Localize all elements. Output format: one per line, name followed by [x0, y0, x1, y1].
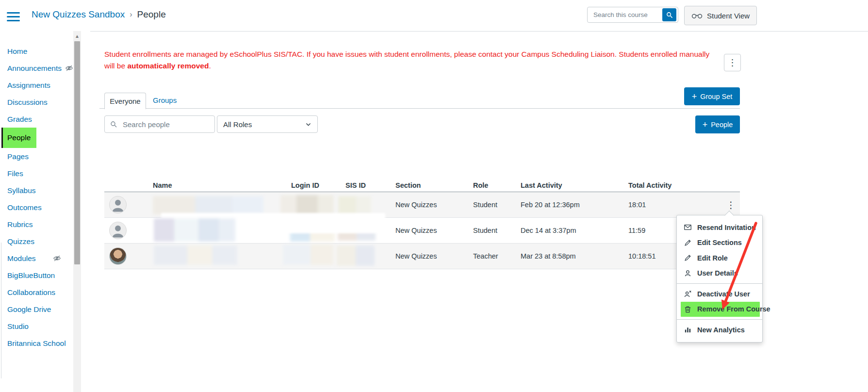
breadcrumb-separator: › [130, 10, 132, 19]
menu-item-edit-sections[interactable]: Edit Sections [677, 235, 762, 251]
cell-total-activity: 10:18:51 [628, 244, 655, 269]
search-icon [110, 121, 117, 128]
sidebar-item-home[interactable]: Home [7, 43, 27, 60]
col-header-last-activity: Last Activity [521, 179, 562, 192]
sidebar-item-files[interactable]: Files [7, 165, 23, 182]
add-group-set-button[interactable]: + Group Set [684, 87, 740, 105]
sidebar-item-assignments[interactable]: Assignments [7, 77, 50, 94]
table-header-row: Name Login ID SIS ID Section Role Last A… [104, 179, 740, 192]
redacted-login-id [283, 245, 333, 265]
cell-total-activity: 18:01 [628, 192, 646, 217]
glasses-icon [691, 13, 703, 19]
sidebar-item-modules[interactable]: Modules [7, 250, 61, 267]
cell-section: New Quizzes [395, 218, 437, 243]
hidden-eye-icon [53, 254, 61, 262]
col-header-name: Name [153, 179, 172, 192]
user-icon [684, 269, 692, 278]
menu-separator [677, 319, 762, 320]
kebab-icon: ⋮ [728, 57, 737, 68]
plus-icon: + [703, 120, 708, 129]
student-view-label: Student View [707, 12, 750, 20]
tab-everyone[interactable]: Everyone [104, 93, 146, 109]
search-people-input[interactable] [122, 120, 214, 129]
redacted-name [154, 218, 235, 242]
avatar[interactable] [109, 222, 127, 239]
cell-section: New Quizzes [395, 244, 437, 269]
menu-separator [677, 283, 762, 284]
breadcrumb-current-page: People [137, 9, 166, 20]
redacted-name [153, 196, 263, 214]
warning-bold-text: automatically removed [127, 62, 209, 70]
cell-last-activity: Mar 23 at 8:58pm [521, 244, 576, 269]
col-header-role: Role [473, 179, 488, 192]
col-header-total-activity: Total Activity [628, 179, 671, 192]
enrollment-warning-message: Student enrollments are managed by eScho… [104, 49, 711, 72]
tab-groups[interactable]: Groups [153, 96, 177, 104]
search-icon [666, 12, 673, 18]
plus-icon: + [692, 92, 697, 101]
roles-filter-value: All Roles [223, 120, 305, 129]
course-search-input[interactable] [592, 11, 662, 19]
sidebar-item-britannica-school[interactable]: Britannica School [7, 335, 66, 352]
hidden-eye-icon [65, 64, 73, 72]
envelope-icon [684, 223, 692, 231]
sidebar-item-quizzes[interactable]: Quizzes [7, 233, 34, 250]
scroll-up-arrow[interactable]: ▲ [73, 31, 81, 39]
person-silhouette-icon [110, 222, 126, 239]
course-search-box [587, 7, 678, 23]
col-header-sis-id: SIS ID [345, 179, 366, 192]
sidebar-item-pages[interactable]: Pages [7, 148, 29, 165]
menu-item-user-details[interactable]: User Details [677, 266, 762, 281]
breadcrumb-course-link[interactable]: New Quizzes Sandbox [32, 9, 125, 20]
sidebar-scrollbar-thumb[interactable] [74, 41, 80, 264]
sidebar-item-syllabus[interactable]: Syllabus [7, 182, 36, 199]
cell-last-activity: Feb 20 at 12:36pm [521, 192, 580, 217]
cell-total-activity: 11:59 [628, 218, 645, 243]
redacted-sis-id [338, 196, 371, 215]
page-options-kebab-button[interactable]: ⋮ [724, 54, 741, 71]
course-search-button[interactable] [662, 8, 676, 21]
sidebar-scrollbar-track[interactable]: ▲ [73, 31, 81, 392]
row-options-kebab-button[interactable]: ⋮ [726, 200, 736, 210]
avatar[interactable] [109, 196, 127, 213]
col-header-section: Section [395, 179, 421, 192]
menu-item-deactivate-user[interactable]: Deactivate User [677, 286, 762, 302]
add-people-button[interactable]: + People [695, 115, 740, 133]
menu-item-resend-invitation[interactable]: Resend Invitation [677, 220, 762, 235]
cell-role: Student [473, 218, 497, 243]
sidebar-item-discussions[interactable]: Discussions [7, 94, 48, 111]
row-context-menu: Resend Invitation Edit Sections Edit Rol… [676, 215, 763, 343]
global-nav-hamburger-icon[interactable] [7, 10, 20, 24]
sidebar-item-rubrics[interactable]: Rubrics [7, 216, 33, 233]
sidebar-item-announcements[interactable]: Announcements [7, 60, 73, 77]
search-people-box [104, 115, 215, 133]
header-divider [90, 31, 868, 32]
cell-role: Teacher [473, 244, 498, 269]
sidebar-item-collaborations[interactable]: Collaborations [7, 284, 55, 301]
menu-item-new-analytics[interactable]: New Analytics [677, 322, 762, 338]
pencil-icon [684, 239, 692, 247]
roles-filter-select[interactable]: All Roles [217, 115, 318, 133]
student-view-button[interactable]: Student View [684, 6, 757, 25]
user-x-icon [684, 290, 692, 298]
avatar-photo[interactable] [109, 247, 127, 265]
pencil-icon [684, 254, 692, 262]
sidebar-item-grades[interactable]: Grades [7, 111, 32, 128]
tab-underline [99, 108, 740, 109]
cell-section: New Quizzes [395, 192, 437, 217]
breadcrumb: New Quizzes Sandbox › People [32, 9, 166, 20]
redacted-name [154, 245, 237, 265]
sidebar-item-studio[interactable]: Studio [7, 318, 29, 335]
sidebar-item-outcomes[interactable]: Outcomes [7, 199, 42, 216]
cell-last-activity: Dec 14 at 3:37pm [521, 218, 576, 243]
sidebar-item-google-drive[interactable]: Google Drive [7, 301, 51, 318]
redacted-sis-id [337, 245, 375, 266]
canvas-people-page: New Quizzes Sandbox › People Student Vie… [0, 0, 868, 392]
clipped-popup-edge [0, 243, 1, 378]
menu-item-edit-role[interactable]: Edit Role [677, 250, 762, 266]
trash-icon [684, 305, 692, 313]
sidebar-item-bigbluebutton[interactable]: BigBlueButton [7, 267, 55, 284]
sidebar-item-people-active-highlighted[interactable]: People [1, 128, 36, 148]
menu-item-remove-from-course-highlighted[interactable]: Remove From Course [681, 302, 760, 317]
course-nav-sidebar: Home Announcements Assignments Discussio… [7, 43, 73, 352]
